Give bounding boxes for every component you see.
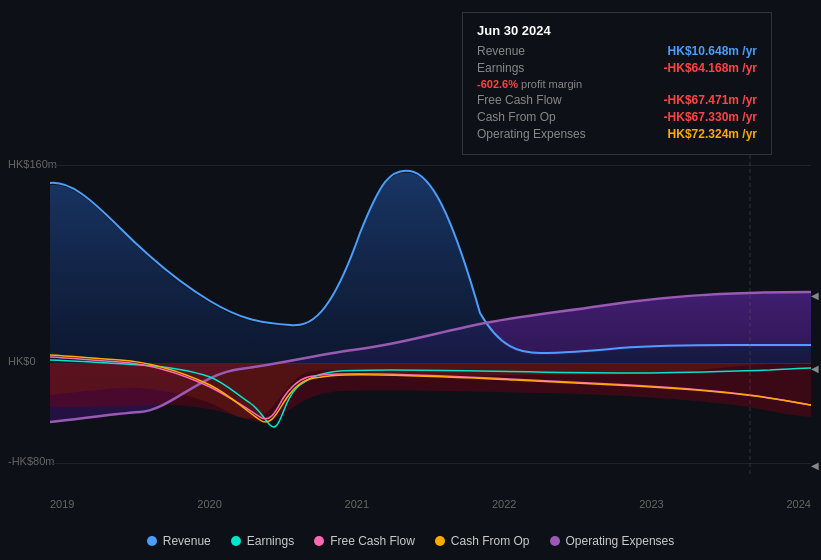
tooltip-row-earnings: Earnings -HK$64.168m /yr bbox=[477, 61, 757, 75]
y-label-bot: -HK$80m bbox=[8, 455, 54, 467]
tooltip-box: Jun 30 2024 Revenue HK$10.648m /yr Earni… bbox=[462, 12, 772, 155]
opex-arrow[interactable]: ◀ bbox=[811, 290, 819, 301]
x-labels: 2019 2020 2021 2022 2023 2024 bbox=[50, 498, 811, 510]
chart-legend: Revenue Earnings Free Cash Flow Cash Fro… bbox=[0, 534, 821, 548]
legend-label-revenue: Revenue bbox=[163, 534, 211, 548]
x-label-2021: 2021 bbox=[345, 498, 369, 510]
legend-dot-revenue bbox=[147, 536, 157, 546]
revenue-arrow[interactable]: ◀ bbox=[811, 363, 819, 374]
x-label-2019: 2019 bbox=[50, 498, 74, 510]
tooltip-label-earnings: Earnings bbox=[477, 61, 524, 75]
legend-dot-earnings bbox=[231, 536, 241, 546]
cashop-arrow[interactable]: ◀ bbox=[811, 460, 819, 471]
legend-label-earnings: Earnings bbox=[247, 534, 294, 548]
tooltip-row-fcf: Free Cash Flow -HK$67.471m /yr bbox=[477, 93, 757, 107]
legend-dot-opex bbox=[550, 536, 560, 546]
chart-svg bbox=[50, 155, 811, 475]
y-label-mid: HK$0 bbox=[8, 355, 36, 367]
tooltip-value-earnings: -HK$64.168m /yr bbox=[664, 61, 757, 75]
chart-container: Jun 30 2024 Revenue HK$10.648m /yr Earni… bbox=[0, 0, 821, 560]
tooltip-value-revenue: HK$10.648m /yr bbox=[668, 44, 757, 58]
legend-label-cashop: Cash From Op bbox=[451, 534, 530, 548]
tooltip-date: Jun 30 2024 bbox=[477, 23, 757, 38]
legend-revenue[interactable]: Revenue bbox=[147, 534, 211, 548]
x-label-2022: 2022 bbox=[492, 498, 516, 510]
tooltip-profit-margin: -602.6% profit margin bbox=[477, 78, 757, 90]
tooltip-label-cashop: Cash From Op bbox=[477, 110, 556, 124]
legend-opex[interactable]: Operating Expenses bbox=[550, 534, 675, 548]
legend-fcf[interactable]: Free Cash Flow bbox=[314, 534, 415, 548]
tooltip-value-cashop: -HK$67.330m /yr bbox=[664, 110, 757, 124]
x-label-2024: 2024 bbox=[786, 498, 810, 510]
tooltip-row-opex: Operating Expenses HK$72.324m /yr bbox=[477, 127, 757, 141]
legend-cashop[interactable]: Cash From Op bbox=[435, 534, 530, 548]
tooltip-label-fcf: Free Cash Flow bbox=[477, 93, 562, 107]
x-label-2020: 2020 bbox=[197, 498, 221, 510]
legend-dot-cashop bbox=[435, 536, 445, 546]
legend-label-opex: Operating Expenses bbox=[566, 534, 675, 548]
tooltip-row-revenue: Revenue HK$10.648m /yr bbox=[477, 44, 757, 58]
tooltip-value-fcf: -HK$67.471m /yr bbox=[664, 93, 757, 107]
legend-earnings[interactable]: Earnings bbox=[231, 534, 294, 548]
tooltip-label-opex: Operating Expenses bbox=[477, 127, 586, 141]
tooltip-value-opex: HK$72.324m /yr bbox=[668, 127, 757, 141]
legend-dot-fcf bbox=[314, 536, 324, 546]
x-label-2023: 2023 bbox=[639, 498, 663, 510]
legend-label-fcf: Free Cash Flow bbox=[330, 534, 415, 548]
tooltip-row-cashop: Cash From Op -HK$67.330m /yr bbox=[477, 110, 757, 124]
tooltip-label-revenue: Revenue bbox=[477, 44, 525, 58]
